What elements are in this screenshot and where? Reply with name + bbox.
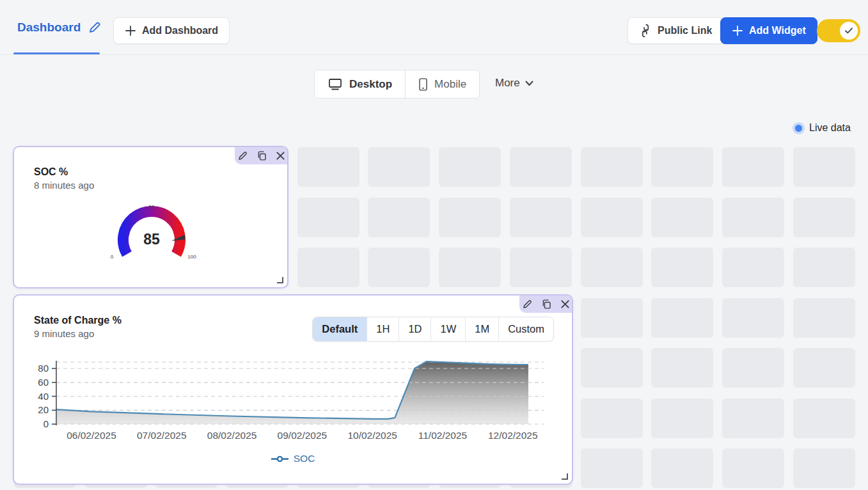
grid-placeholder-cell	[722, 348, 784, 388]
time-range-switcher: Default 1H 1D 1W 1M Custom	[312, 317, 554, 342]
grid-placeholder-cell	[510, 248, 572, 287]
grid-placeholder-cell	[722, 147, 784, 187]
edit-widget-icon[interactable]	[237, 150, 248, 161]
grid-placeholder-cell	[510, 147, 572, 187]
widget-toolbar	[235, 147, 287, 164]
grid-placeholder-cell	[581, 147, 643, 187]
mobile-view-label: Mobile	[434, 78, 466, 91]
public-link-label: Public Link	[658, 25, 712, 36]
edit-widget-icon[interactable]	[522, 299, 533, 310]
grid-placeholder-cell	[651, 348, 713, 388]
grid-placeholder-cell	[651, 198, 713, 237]
x-axis-label: 08/02/2025	[207, 430, 257, 441]
grid-placeholder-cell	[581, 399, 643, 438]
more-label: More	[495, 77, 520, 90]
close-widget-icon[interactable]	[560, 299, 570, 309]
widget-toolbar	[519, 296, 572, 313]
desktop-view-button[interactable]: Desktop	[315, 70, 405, 98]
grid-placeholder-cell	[651, 448, 713, 488]
x-axis-label: 12/02/2025	[488, 430, 538, 441]
grid-placeholder-cell	[297, 198, 359, 237]
grid-placeholder-cell	[793, 348, 855, 388]
grid-placeholder-cell	[297, 248, 359, 287]
tab-dashboard[interactable]: Dashboard	[17, 20, 102, 35]
y-axis-label: 60	[38, 377, 49, 388]
autosave-toggle[interactable]	[817, 19, 860, 42]
plus-icon	[732, 25, 743, 36]
y-axis-label: 0	[43, 418, 49, 429]
resize-handle[interactable]	[277, 277, 283, 283]
grid-placeholder-cell	[510, 198, 572, 237]
grid-placeholder-cell	[793, 448, 855, 488]
grid-placeholder-cell	[581, 348, 643, 388]
toggle-knob	[840, 22, 858, 40]
y-axis-label: 80	[38, 363, 49, 374]
grid-placeholder-cell	[651, 399, 713, 438]
range-1m[interactable]: 1M	[465, 317, 498, 341]
y-axis-label: 40	[38, 391, 49, 402]
mobile-view-button[interactable]: Mobile	[405, 70, 479, 98]
grid-placeholder-cell	[581, 248, 643, 287]
gauge-widget-updated: 8 minutes ago	[34, 180, 94, 191]
grid-placeholder-cell	[722, 298, 784, 338]
range-1h[interactable]: 1H	[367, 317, 398, 341]
grid-placeholder-cell	[581, 298, 643, 338]
resize-handle[interactable]	[562, 473, 568, 480]
add-dashboard-button[interactable]: Add Dashboard	[113, 17, 230, 44]
range-custom[interactable]: Custom	[498, 317, 553, 341]
soc-legend[interactable]: SOC	[14, 453, 572, 464]
x-axis-label: 10/02/2025	[347, 430, 397, 441]
dashboard-page: Dashboard Add Dashboard Public Link Add …	[0, 0, 868, 490]
gauge-min-label: 0	[111, 254, 114, 260]
gauge-mid-label: 50	[149, 204, 155, 210]
x-axis-label: 06/02/2025	[67, 430, 116, 441]
range-1d[interactable]: 1D	[398, 317, 430, 341]
edit-dashboard-pencil-icon[interactable]	[88, 20, 102, 35]
grid-placeholder-cell	[651, 248, 713, 287]
grid-placeholder-cell	[651, 298, 713, 338]
y-axis-label: 20	[38, 404, 49, 415]
range-1w[interactable]: 1W	[430, 317, 465, 341]
grid-placeholder-cell	[793, 399, 855, 438]
plus-icon	[125, 25, 136, 36]
grid-placeholder-cell	[368, 248, 430, 287]
live-data-label: Live data	[809, 122, 851, 134]
grid-placeholder-cell	[439, 248, 501, 287]
duplicate-widget-icon[interactable]	[541, 299, 552, 310]
live-data-indicator: Live data	[795, 122, 851, 134]
widget-soc-gauge: SOC % 8 minutes ago 85 0 50 100	[13, 146, 288, 288]
grid-placeholder-cell	[722, 248, 784, 287]
grid-placeholder-cell	[581, 198, 643, 237]
gauge-max-label: 100	[187, 254, 196, 260]
live-dot-icon	[795, 125, 802, 132]
device-view-switcher: Desktop Mobile	[314, 70, 480, 99]
grid-placeholder-cell	[581, 448, 643, 488]
mobile-phone-icon	[418, 77, 428, 91]
grid-placeholder-cell	[651, 147, 713, 187]
grid-placeholder-cell	[793, 147, 855, 187]
check-icon	[844, 27, 853, 35]
soc-widget-updated: 9 minutes ago	[34, 328, 94, 339]
grid-placeholder-cell	[793, 198, 855, 237]
grid-placeholder-cell	[368, 147, 430, 187]
add-dashboard-label: Add Dashboard	[142, 25, 218, 36]
x-axis-label: 11/02/2025	[418, 430, 467, 441]
legend-series-label: SOC	[294, 453, 315, 464]
header-divider	[0, 54, 868, 55]
grid-placeholder-cell	[439, 198, 501, 237]
add-widget-button[interactable]: Add Widget	[720, 17, 817, 44]
range-default[interactable]: Default	[313, 317, 367, 341]
grid-placeholder-cell	[368, 198, 430, 237]
add-widget-label: Add Widget	[749, 25, 806, 36]
chevron-down-icon	[525, 81, 533, 86]
gauge-widget-title: SOC %	[34, 166, 68, 178]
soc-widget-title: State of Charge %	[34, 315, 122, 326]
more-menu-button[interactable]: More	[495, 77, 533, 90]
public-link-button[interactable]: Public Link	[627, 17, 723, 44]
widget-state-of-charge: State of Charge % 9 minutes ago Default …	[13, 294, 573, 485]
x-axis-label: 09/02/2025	[278, 430, 327, 441]
duplicate-widget-icon[interactable]	[256, 150, 267, 161]
close-widget-icon[interactable]	[276, 151, 285, 161]
link-icon	[639, 24, 652, 37]
grid-placeholder-cell	[439, 147, 501, 187]
